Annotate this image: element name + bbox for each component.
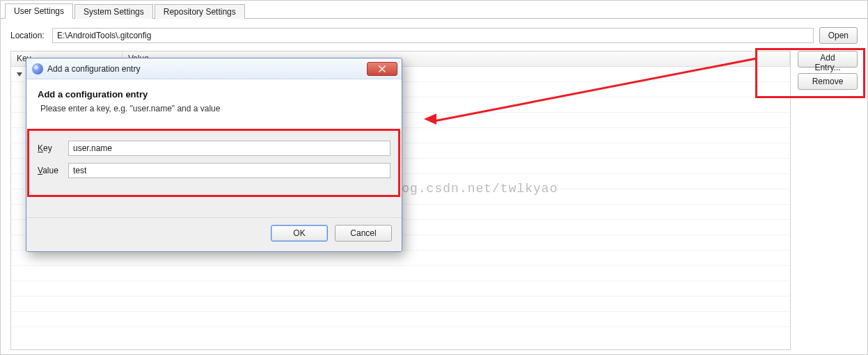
- cancel-button[interactable]: Cancel: [335, 225, 392, 242]
- add-entry-button[interactable]: Add Entry...: [798, 51, 858, 68]
- key-label: Key: [38, 143, 68, 153]
- cancel-label: Cancel: [350, 228, 376, 238]
- dialog-titlebar[interactable]: Add a configuration entry: [26, 58, 402, 79]
- value-label: Value: [38, 166, 68, 175]
- tab-bar: User Settings System Settings Repository…: [1, 1, 867, 19]
- close-icon: [379, 65, 386, 72]
- tab-label: Repository Settings: [164, 7, 236, 17]
- close-button[interactable]: [367, 62, 397, 76]
- add-config-entry-dialog: Add a configuration entry Add a configur…: [26, 58, 402, 252]
- dialog-header-area: Add a configuration entry Please enter a…: [26, 79, 402, 132]
- settings-panel: User Settings System Settings Repository…: [0, 0, 868, 355]
- value-input[interactable]: [68, 163, 390, 178]
- location-row: Location: Open: [10, 27, 858, 44]
- add-entry-label: Add Entry...: [814, 53, 840, 72]
- remove-button[interactable]: Remove: [798, 73, 858, 90]
- open-button[interactable]: Open: [819, 27, 858, 44]
- ok-label: OK: [293, 228, 305, 238]
- side-buttons: Add Entry... Remove: [798, 51, 858, 350]
- dialog-footer: OK Cancel: [26, 217, 402, 251]
- open-button-label: Open: [828, 31, 849, 40]
- key-row: Key: [38, 141, 390, 156]
- dialog-heading: Add a configuration entry: [38, 89, 390, 100]
- value-row: Value: [38, 163, 390, 178]
- tab-repository-settings[interactable]: Repository Settings: [155, 4, 245, 19]
- expand-icon[interactable]: [17, 72, 22, 77]
- location-label: Location:: [10, 31, 47, 40]
- tab-label: System Settings: [84, 7, 144, 17]
- dialog-title: Add a configuration entry: [47, 64, 367, 74]
- eclipse-icon: [32, 63, 43, 74]
- tab-user-settings[interactable]: User Settings: [5, 3, 73, 19]
- dialog-subtext: Please enter a key, e.g. "user.name" and…: [40, 104, 390, 113]
- dialog-form: Key Value: [26, 132, 402, 217]
- tab-label: User Settings: [14, 6, 64, 16]
- location-input[interactable]: [52, 28, 814, 43]
- tab-system-settings[interactable]: System Settings: [74, 4, 153, 19]
- remove-label: Remove: [812, 77, 844, 86]
- ok-button[interactable]: OK: [271, 225, 328, 242]
- key-input[interactable]: [68, 141, 390, 156]
